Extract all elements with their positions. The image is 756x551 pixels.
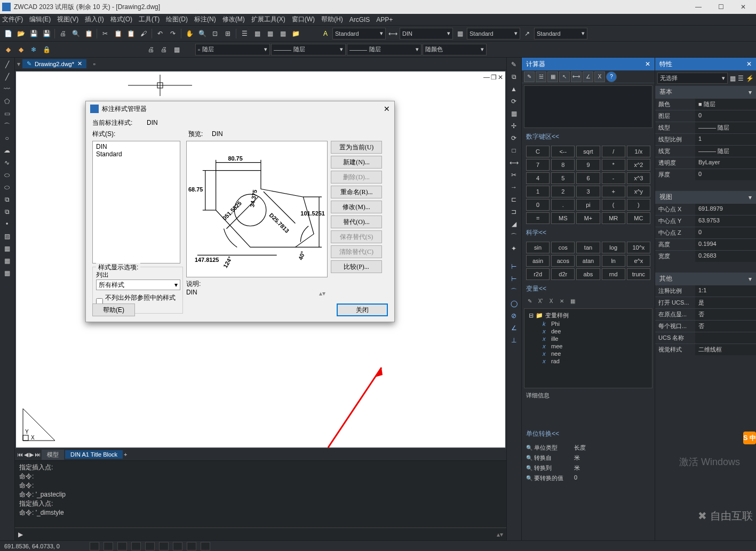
key-8[interactable]: 8 [551, 159, 575, 171]
selection-combo[interactable]: 无选择▾ [657, 73, 728, 84]
erase-icon[interactable]: ✎ [508, 59, 520, 70]
group-misc[interactable]: 其他▾ [655, 273, 756, 285]
dim-linear-icon[interactable]: ⊢ [508, 261, 520, 273]
text-style-combo[interactable]: Standard▾ [332, 28, 386, 39]
mirror-icon[interactable]: ▲ [508, 83, 520, 95]
tab-model[interactable]: 模型 [42, 450, 64, 460]
help-button[interactable]: 帮助(E) [92, 304, 135, 316]
maximize-button[interactable]: ☐ [710, 1, 731, 13]
canvas-max-icon[interactable]: ❐ [491, 74, 497, 81]
polar-toggle[interactable] [131, 542, 141, 550]
layer-lock-icon[interactable]: 🔒 [41, 44, 52, 55]
rotate-icon[interactable]: ⟳ [508, 132, 520, 144]
color-combo[interactable]: 随颜色▾ [423, 44, 487, 55]
tool-palette-icon[interactable]: ▦ [277, 28, 289, 39]
key-7[interactable]: 7 [526, 159, 550, 171]
minimize-button[interactable]: — [688, 1, 709, 13]
grid-toggle[interactable] [104, 542, 113, 550]
close-button[interactable]: ✕ [733, 1, 754, 13]
key-cube[interactable]: x^3 [627, 172, 650, 184]
canvas-close-icon[interactable]: ✕ [498, 74, 503, 81]
key-d2r[interactable]: d2r [551, 268, 575, 280]
dim-ordinate-icon[interactable]: ⊥ [508, 334, 520, 346]
prop-center-z[interactable]: 0 [695, 227, 756, 238]
mleader-icon[interactable]: ↗ [521, 28, 533, 39]
rectangle-icon[interactable]: ▭ [1, 108, 13, 119]
ellipse-arc-icon[interactable]: ⬭ [1, 181, 13, 193]
browse-icon[interactable]: 📁 [290, 28, 301, 39]
key-rparen[interactable]: ) [627, 199, 650, 211]
key-mplus[interactable]: M+ [576, 212, 600, 224]
chamfer-icon[interactable]: ◢ [508, 218, 520, 230]
key-pow[interactable]: x^y [627, 186, 650, 197]
canvas-min-icon[interactable]: — [483, 74, 490, 81]
key-inv[interactable]: 1/x [627, 146, 650, 157]
close-dialog-button[interactable]: 关闭 [337, 304, 388, 316]
pan-icon[interactable]: ✋ [184, 28, 195, 39]
numpad-header[interactable]: 数字键区<< [522, 130, 655, 143]
extend-icon[interactable]: → [508, 181, 520, 193]
key-lparen[interactable]: ( [602, 199, 625, 211]
unit-header[interactable]: 单位转换<< [522, 427, 655, 441]
menu-edit[interactable]: 编辑(E) [29, 15, 51, 24]
var-x-icon[interactable]: X' [536, 297, 545, 305]
key-ms[interactable]: MS [551, 212, 575, 224]
key-cos[interactable]: cos [551, 242, 575, 253]
new-icon[interactable]: 📄 [2, 28, 14, 39]
array-icon[interactable]: ▦ [508, 108, 520, 119]
prop-thickness[interactable]: 0 [695, 169, 756, 180]
fillet-icon[interactable]: ⌒ [508, 230, 520, 242]
key-dot[interactable]: . [551, 199, 575, 211]
otrack-toggle[interactable] [159, 542, 169, 550]
prop-center-x[interactable]: 691.8979 [695, 204, 756, 215]
trim-icon[interactable]: ✂ [508, 169, 520, 181]
move-icon[interactable]: ✢ [508, 120, 520, 132]
compare-style-button[interactable]: 比较(P)... [331, 260, 382, 273]
toggle-icon[interactable]: ⚡ [746, 75, 754, 82]
dim-arc-icon[interactable]: ⌒ [508, 285, 520, 297]
prop-ucs-on[interactable]: 是 [695, 297, 756, 308]
copy-obj-icon[interactable]: ⧉ [508, 71, 520, 83]
file-tab-active[interactable]: ✎Drawing2.dwg*✕ [22, 59, 86, 68]
dyn-toggle[interactable] [187, 542, 196, 550]
spline-icon[interactable]: ∿ [1, 157, 13, 169]
menu-tools[interactable]: 工具(T) [139, 15, 160, 24]
gradient-icon[interactable]: ▦ [1, 243, 13, 254]
prop-linetype[interactable]: ——— 随层 [695, 122, 756, 133]
key-acos[interactable]: acos [551, 255, 575, 267]
key-sin[interactable]: sin [526, 242, 550, 253]
key-5[interactable]: 5 [551, 172, 575, 184]
menu-app[interactable]: APP+ [376, 16, 393, 23]
table-icon[interactable]: ▦ [1, 267, 13, 279]
key-r2d[interactable]: r2d [526, 268, 550, 280]
open-icon[interactable]: 📂 [15, 28, 27, 39]
redo-icon[interactable]: ↷ [167, 28, 179, 39]
matchprop-icon[interactable]: 🖌 [138, 28, 149, 39]
cmd-scroll-icon[interactable]: ▴▾ [497, 531, 503, 538]
polyline-icon[interactable]: 〰 [1, 83, 13, 95]
menu-extensions[interactable]: 扩展工具(X) [251, 15, 285, 24]
key-0[interactable]: 0 [526, 199, 550, 211]
prop-lineweight[interactable]: ——— 随层 [695, 146, 756, 157]
save-icon[interactable]: 💾 [28, 28, 39, 39]
menu-file[interactable]: 文件(F) [2, 15, 23, 24]
variable-tree[interactable]: ⊟📁变量样例 kPhi xdee xille xmee xnee xrad [524, 308, 652, 388]
circle-icon[interactable]: ○ [1, 132, 13, 144]
tablestyle-icon[interactable]: ▦ [454, 28, 466, 39]
set-current-button[interactable]: 置为当前(U) [331, 141, 382, 154]
prop-width[interactable]: 0.2683 [695, 251, 756, 262]
menu-insert[interactable]: 插入(I) [85, 15, 104, 24]
publish-icon[interactable]: 📋 [83, 28, 94, 39]
prop-anno-scale[interactable]: 1:1 [695, 285, 756, 297]
key-9[interactable]: 9 [576, 159, 600, 171]
layer-off-icon[interactable]: ◆ [15, 44, 27, 55]
mleader-style-combo[interactable]: Standard▾ [534, 28, 587, 39]
calc-close-icon[interactable]: ✕ [645, 60, 650, 68]
key-plus[interactable]: + [602, 186, 625, 197]
menu-dimension[interactable]: 标注(N) [194, 15, 216, 24]
menu-draw[interactable]: 绘图(D) [166, 15, 188, 24]
layout-icon[interactable]: ▦ [171, 44, 182, 55]
new-style-button[interactable]: 新建(N)... [331, 156, 382, 169]
key-mc[interactable]: MC [627, 212, 650, 224]
tab-nav-first[interactable]: ⏮ [17, 451, 23, 458]
